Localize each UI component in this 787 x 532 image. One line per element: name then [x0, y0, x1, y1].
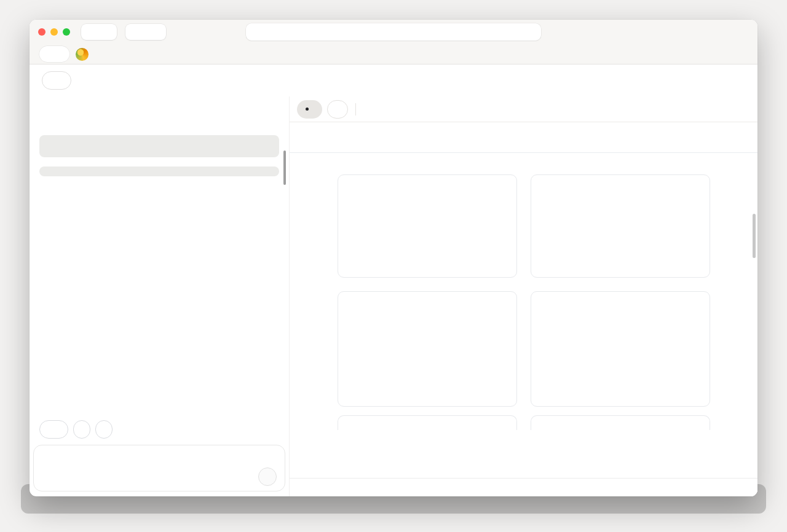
prompt-input-card — [33, 445, 285, 491]
service-card-partial — [531, 415, 710, 430]
main-content — [30, 96, 757, 496]
desktop — [0, 0, 787, 532]
back-arrow-icon — [49, 76, 58, 85]
tab-code[interactable] — [327, 100, 348, 119]
sidebar-toggle-button[interactable] — [81, 24, 117, 40]
site-preview — [290, 122, 757, 496]
edit-prompt-icon[interactable] — [194, 472, 205, 482]
refresh-preview-icon[interactable] — [735, 104, 745, 114]
service-card — [531, 291, 710, 407]
gear-icon[interactable] — [244, 103, 255, 114]
tab-preview[interactable] — [297, 100, 322, 119]
chip-ai-features[interactable] — [39, 420, 68, 439]
full-screen-button[interactable] — [363, 105, 376, 113]
sparkle-icon — [48, 426, 56, 434]
sidebar-icon — [90, 27, 100, 37]
suggestions-section — [30, 399, 289, 439]
tooth-icon — [547, 308, 566, 326]
device-button[interactable] — [705, 104, 719, 114]
share-app-icon[interactable] — [712, 76, 722, 85]
edit-title-icon[interactable] — [392, 76, 401, 85]
generated-files-list — [39, 166, 279, 176]
fullscreen-icon — [363, 105, 371, 113]
zoom-window-button[interactable] — [63, 28, 70, 36]
close-window-button[interactable] — [38, 28, 45, 36]
translate-icon[interactable] — [513, 28, 521, 36]
panel-scrollbar[interactable] — [283, 151, 286, 185]
send-arrow-icon — [263, 472, 272, 481]
forward-icon[interactable] — [147, 27, 157, 37]
tab-overview-icon[interactable] — [738, 27, 749, 37]
address-bar[interactable] — [246, 23, 541, 41]
download-icon[interactable] — [641, 76, 651, 85]
preview-panel — [290, 96, 757, 496]
mic-icon[interactable] — [216, 472, 226, 482]
panel-header — [30, 96, 289, 120]
chevron-up-icon — [740, 486, 747, 493]
more-chips-icon[interactable] — [270, 425, 279, 434]
services-grid — [338, 174, 710, 407]
send-button[interactable] — [258, 467, 277, 486]
chevron-down-icon — [263, 143, 271, 150]
close-suggestions-icon[interactable] — [271, 405, 279, 413]
device-icon — [705, 104, 715, 114]
toolbar-actions — [691, 27, 749, 37]
minimize-window-button[interactable] — [50, 28, 58, 36]
service-card-partial — [338, 415, 517, 430]
chevron-down-icon — [102, 29, 109, 36]
safari-window — [30, 20, 757, 496]
attach-icon[interactable] — [237, 472, 247, 482]
service-card — [338, 291, 517, 407]
deploy-rocket-icon[interactable] — [689, 76, 699, 86]
chat-scroll-area — [30, 120, 289, 399]
site-header — [290, 122, 757, 153]
ai-studio-favicon-2[interactable] — [113, 49, 124, 60]
screen-favicon[interactable] — [95, 49, 107, 59]
prompt-input[interactable] — [42, 453, 277, 462]
browser-toolbar — [30, 20, 757, 44]
share-icon[interactable] — [691, 27, 702, 37]
divider — [355, 103, 356, 115]
active-tab[interactable] — [39, 46, 69, 62]
chip-add-focus-styles[interactable] — [73, 420, 90, 439]
service-card — [338, 174, 517, 278]
favorites-trailing — [76, 48, 124, 61]
back-icon[interactable] — [135, 27, 144, 37]
github-icon[interactable] — [664, 75, 676, 87]
chrome-favicon[interactable] — [76, 48, 89, 61]
suggestion-chips — [39, 420, 279, 439]
window-controls — [38, 28, 70, 36]
thought-summary-toggle[interactable] — [39, 135, 279, 157]
favorites-bar — [30, 44, 757, 65]
ai-studio-favicon — [48, 50, 57, 58]
services-section — [290, 174, 757, 430]
scroll-to-top-button[interactable] — [738, 484, 749, 495]
flag-icon — [39, 186, 49, 195]
tooth-icon — [354, 191, 373, 209]
save-icon[interactable] — [595, 76, 605, 86]
preview-toolbar — [290, 96, 757, 122]
app-header — [30, 65, 757, 96]
new-tab-icon[interactable] — [715, 27, 725, 37]
save-copy-icon[interactable] — [618, 76, 628, 86]
preview-bottom-bar — [290, 478, 757, 496]
sparkle-icon — [39, 104, 49, 113]
header-actions — [595, 75, 745, 87]
active-dot — [306, 108, 309, 111]
checkpoint-row — [39, 186, 279, 195]
plus-icon — [547, 191, 567, 211]
chip-add-animation[interactable] — [95, 420, 113, 439]
page-settings-icon[interactable] — [252, 28, 261, 37]
preview-scrollbar[interactable] — [753, 214, 756, 258]
reload-icon[interactable] — [526, 28, 535, 36]
refresh-chat-icon[interactable] — [269, 103, 279, 113]
sparkles-icon — [354, 308, 374, 327]
service-card — [531, 174, 710, 278]
history-nav — [125, 24, 166, 40]
lightbulb-icon — [39, 404, 49, 413]
project-title — [387, 76, 401, 85]
code-assistant-panel — [30, 96, 290, 496]
api-key-disabled-icon[interactable] — [735, 76, 745, 86]
services-grid-next-row — [338, 415, 710, 430]
back-to-start-button[interactable] — [42, 71, 71, 90]
